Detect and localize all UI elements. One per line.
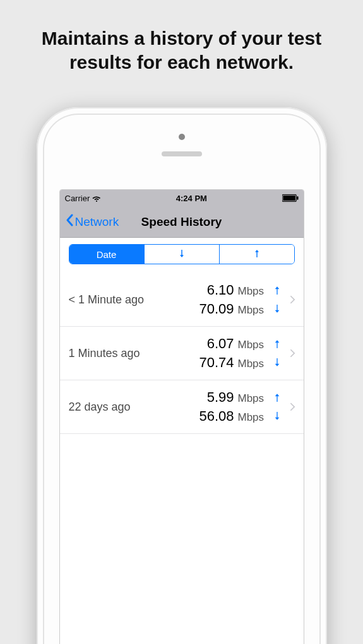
promo-headline: Maintains a history of your test results… (0, 0, 363, 86)
svg-rect-1 (283, 196, 295, 201)
upload-value: 6.10 (191, 282, 234, 298)
arrow-down-icon (270, 302, 285, 315)
svg-rect-2 (297, 196, 298, 200)
history-row[interactable]: 1 Minutes ago 6.07 Mbps 70.74 Mbps (60, 327, 304, 380)
phone-frame: Carrier 4:24 PM Network Sp (37, 107, 327, 644)
row-time: 1 Minutes ago (69, 347, 173, 360)
back-label: Network (75, 215, 119, 229)
arrow-down-icon (176, 248, 187, 261)
status-time: 4:24 PM (176, 194, 207, 203)
back-button[interactable]: Network (65, 214, 119, 230)
carrier-label: Carrier (65, 194, 90, 203)
history-row[interactable]: < 1 Minute ago 6.10 Mbps 70.09 Mbps (60, 273, 304, 327)
upload-value: 6.07 (191, 336, 234, 352)
arrow-up-icon (270, 391, 285, 405)
upload-unit: Mbps (238, 285, 267, 298)
download-unit: Mbps (238, 304, 267, 317)
chevron-right-icon (286, 295, 300, 304)
download-value: 70.09 (191, 301, 234, 317)
upload-value: 5.99 (191, 389, 234, 406)
history-row[interactable]: 22 days ago 5.99 Mbps 56.08 Mbps (60, 380, 304, 434)
status-bar: Carrier 4:24 PM (60, 190, 304, 206)
chevron-right-icon (286, 402, 300, 411)
wifi-icon (92, 194, 101, 202)
download-unit: Mbps (238, 358, 267, 370)
sort-by-upload[interactable] (220, 245, 294, 264)
phone-camera (179, 134, 185, 140)
battery-icon (282, 194, 299, 202)
arrow-down-icon (270, 409, 285, 423)
row-time: < 1 Minute ago (69, 293, 173, 307)
chevron-left-icon (65, 214, 74, 230)
chevron-right-icon (286, 349, 300, 358)
arrow-up-icon (270, 337, 285, 351)
upload-unit: Mbps (238, 339, 267, 351)
sort-date-label: Date (97, 249, 117, 260)
arrow-up-icon (270, 284, 285, 298)
sort-segmented-control: Date (69, 244, 295, 264)
row-time: 22 days ago (69, 401, 173, 414)
arrow-down-icon (270, 355, 285, 369)
download-value: 70.74 (191, 354, 234, 371)
history-list: < 1 Minute ago 6.10 Mbps 70.09 Mbps (60, 273, 304, 644)
app-screen: Carrier 4:24 PM Network Sp (59, 189, 304, 644)
sort-control-row: Date (60, 238, 304, 273)
arrow-up-icon (251, 248, 263, 261)
download-unit: Mbps (238, 411, 267, 424)
sort-by-download[interactable] (145, 245, 220, 264)
sort-by-date[interactable]: Date (69, 245, 145, 264)
upload-unit: Mbps (238, 392, 267, 405)
download-value: 56.08 (191, 408, 234, 424)
phone-speaker (162, 151, 202, 156)
nav-bar: Network Speed History (60, 206, 304, 238)
